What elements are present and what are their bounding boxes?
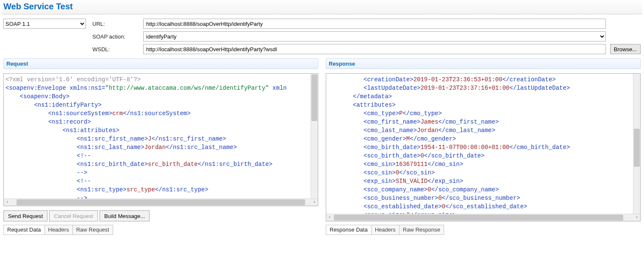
request-xml-content[interactable]: <?xml version='1.0' encoding='UTF-8'?> <… bbox=[4, 74, 311, 199]
tag: <cmo_sin> bbox=[364, 161, 396, 168]
tab-request-data[interactable]: Request Data bbox=[3, 225, 45, 235]
text: crm bbox=[112, 110, 123, 117]
request-header: Request bbox=[3, 58, 318, 69]
xml-declaration: <?xml version='1.0' encoding='UTF-8'?> bbox=[6, 76, 141, 83]
attr-val: "http://www.ataccama.com/ws/nme/identify… bbox=[105, 85, 269, 91]
tag: <ns1:identifyParty> bbox=[34, 102, 102, 108]
text: 0 bbox=[438, 195, 441, 202]
tag: </ns1:src_first_name> bbox=[151, 135, 226, 142]
cancel-request-button: Cancel Request bbox=[49, 210, 98, 221]
tag: <sco_business_number> bbox=[364, 195, 438, 202]
tag: <ns1:src_last_name> bbox=[77, 144, 144, 151]
tag: </exp_sin> bbox=[427, 178, 463, 185]
tag: </ns1:src_last_name> bbox=[166, 144, 237, 151]
text: James bbox=[420, 119, 438, 125]
scroll-right-icon[interactable]: › bbox=[311, 199, 318, 206]
tag: <exp_sin> bbox=[364, 178, 396, 185]
tag: <soapenv:Envelope bbox=[6, 85, 69, 91]
comment: --> bbox=[77, 169, 87, 176]
tag: <sco_company_name> bbox=[364, 186, 427, 193]
request-vertical-scrollbar[interactable] bbox=[311, 74, 318, 199]
url-label: URL: bbox=[92, 21, 139, 27]
tab-response-data[interactable]: Response Data bbox=[326, 225, 372, 235]
response-vertical-scrollbar[interactable] bbox=[633, 74, 640, 214]
soap-action-select[interactable]: identifyParty bbox=[143, 31, 606, 41]
text: 2019-01-23T23:36:53+01:00 bbox=[414, 76, 502, 83]
tag: </sco_established_date> bbox=[445, 203, 527, 210]
attr: xmlns:ns1= bbox=[69, 85, 105, 91]
request-horizontal-scrollbar[interactable]: ‹ › bbox=[4, 199, 318, 206]
tag: <cmo_birth_date> bbox=[364, 144, 420, 151]
response-tabs: Response Data Headers Raw Response bbox=[326, 225, 641, 235]
tag: </creationDate> bbox=[502, 76, 556, 83]
text: 1954-11-07T00:00:00+01:00 bbox=[420, 144, 509, 151]
scrollbar-thumb[interactable] bbox=[634, 129, 640, 167]
tag: </sco_business_number> bbox=[442, 195, 520, 202]
text: src_type bbox=[127, 186, 155, 193]
request-xml-editor[interactable]: <?xml version='1.0' encoding='UTF-8'?> <… bbox=[3, 73, 318, 206]
text: src_birth_date bbox=[148, 161, 198, 168]
scrollbar-thumb[interactable] bbox=[17, 199, 305, 205]
tag: <ns1:attributes> bbox=[62, 127, 119, 134]
text: 0 bbox=[396, 169, 399, 176]
tag: <lastUpdateDate> bbox=[364, 85, 420, 91]
scrollbar-thumb[interactable] bbox=[334, 215, 623, 221]
comment: <!-- bbox=[77, 152, 91, 159]
tag: <ns1:src_birth_date> bbox=[77, 161, 148, 168]
response-xml-viewer[interactable]: <creationDate>2019-01-23T23:36:53+01:00<… bbox=[326, 73, 641, 221]
text: SIN_VALID bbox=[396, 178, 428, 185]
tab-raw-request[interactable]: Raw Request bbox=[72, 225, 113, 235]
tag: <cmo_gender> bbox=[364, 135, 406, 142]
request-tabs: Request Data Headers Raw Request bbox=[3, 225, 318, 235]
tag: </cmo_gender> bbox=[410, 135, 456, 142]
soap-version-select[interactable]: SOAP 1.1 bbox=[3, 19, 86, 29]
text: 0 bbox=[420, 152, 424, 159]
tag: </metadata> bbox=[353, 93, 392, 100]
tag: </cmo_first_name> bbox=[438, 119, 499, 125]
text: Jordan bbox=[144, 144, 166, 151]
tab-raw-response[interactable]: Raw Response bbox=[399, 225, 444, 235]
text: 2019-01-23T23:37:16+01:00 bbox=[420, 85, 509, 91]
text: 0 bbox=[427, 186, 431, 193]
scrollbar-thumb[interactable] bbox=[311, 75, 317, 121]
tag: <sco_birth_date> bbox=[364, 152, 420, 159]
send-request-button[interactable]: Send Request bbox=[3, 210, 47, 221]
page-title: Web Service Test bbox=[2, 0, 642, 14]
text: 0 bbox=[442, 203, 445, 210]
url-input[interactable] bbox=[143, 19, 606, 29]
scroll-right-icon[interactable]: › bbox=[633, 214, 640, 221]
tag: </lastUpdateDate> bbox=[509, 85, 570, 91]
tab-request-headers[interactable]: Headers bbox=[44, 225, 73, 235]
response-pane: Response <creationDate>2019-01-23T23:36:… bbox=[326, 58, 641, 235]
tag: <cmo_type> bbox=[364, 110, 399, 117]
text: Jordan bbox=[417, 127, 438, 134]
wsdl-input[interactable] bbox=[143, 44, 606, 54]
text: 163679111 bbox=[396, 161, 428, 168]
tag: </cmo_sin> bbox=[427, 161, 463, 168]
request-pane: Request <?xml version='1.0' encoding='UT… bbox=[3, 58, 318, 235]
tag: </ns1:sourceSystem> bbox=[123, 110, 191, 117]
tag: </cmo_last_name> bbox=[438, 127, 495, 134]
scroll-left-icon[interactable]: ‹ bbox=[326, 214, 333, 221]
tag: </cmo_type> bbox=[402, 110, 441, 117]
tag: <creationDate> bbox=[364, 76, 414, 83]
text: M bbox=[406, 135, 410, 142]
tag: <sco_sin> bbox=[364, 169, 396, 176]
wsdl-label: WSDL: bbox=[92, 46, 139, 52]
response-horizontal-scrollbar[interactable]: ‹ › bbox=[326, 214, 640, 221]
tab-response-headers[interactable]: Headers bbox=[371, 225, 400, 235]
tag: <ns1:src_type> bbox=[77, 186, 127, 193]
tag: <ns1:record> bbox=[48, 119, 91, 125]
tag: <ns1:src_first_name> bbox=[77, 135, 148, 142]
tag: </ns1:src_type> bbox=[155, 186, 208, 193]
tag: </ns1:src_birth_date> bbox=[198, 161, 272, 168]
tag: <ns1:sourceSystem> bbox=[48, 110, 112, 117]
scroll-left-icon[interactable]: ‹ bbox=[4, 199, 11, 206]
response-xml-content: <creationDate>2019-01-23T23:36:53+01:00<… bbox=[326, 74, 633, 214]
browse-button[interactable]: Browse... bbox=[610, 44, 641, 54]
tag: <soapenv:Body> bbox=[20, 93, 70, 100]
tag: <cmo_first_name> bbox=[364, 119, 420, 125]
tag: </cmo_birth_date> bbox=[509, 144, 570, 151]
build-message-button[interactable]: Build Message... bbox=[100, 210, 150, 221]
tag: </sco_sin> bbox=[399, 169, 435, 176]
